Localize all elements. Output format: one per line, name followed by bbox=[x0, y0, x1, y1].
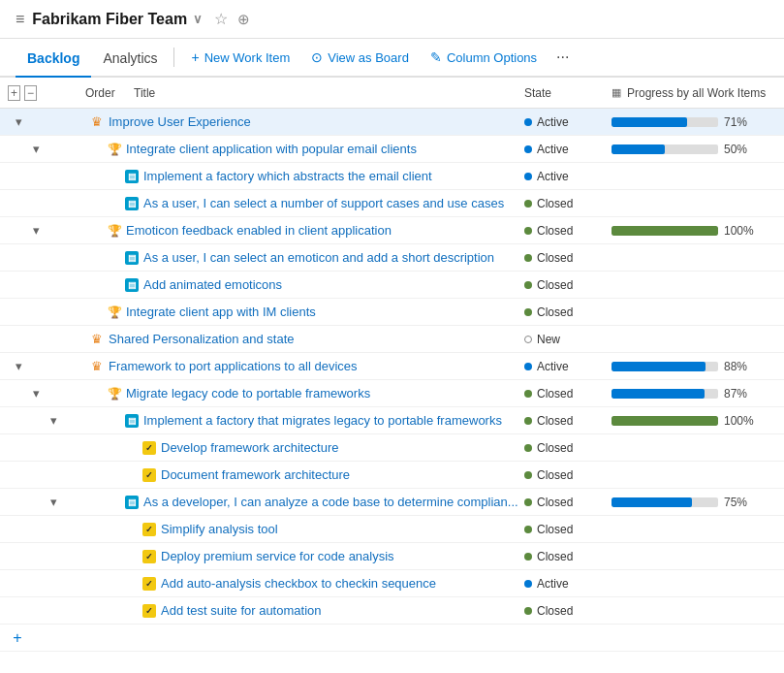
expand-all-icon[interactable]: + bbox=[8, 85, 20, 101]
row-type-icon: ✓ bbox=[141, 467, 157, 483]
row-toggle[interactable]: ▾ bbox=[47, 414, 60, 428]
task-icon: ✓ bbox=[142, 550, 156, 563]
progress-bar-fill bbox=[612, 144, 665, 154]
row-title-text[interactable]: Add auto-analysis checkbox to checkin se… bbox=[161, 576, 524, 591]
tab-backlog[interactable]: Backlog bbox=[16, 39, 91, 78]
row-toggle[interactable]: ▾ bbox=[47, 496, 60, 509]
row-title-area: ▤ Add animated emoticons bbox=[124, 277, 524, 293]
team-title: Fabrikam Fiber Team ∨ bbox=[32, 11, 203, 28]
row-title-text[interactable]: As a user, I can select a number of supp… bbox=[143, 196, 524, 210]
new-work-item-button[interactable]: + New Work Item bbox=[182, 42, 300, 73]
state-label: Closed bbox=[537, 197, 573, 210]
task-icon: ✓ bbox=[142, 604, 156, 618]
row-title-text[interactable]: Integrate client application with popula… bbox=[126, 142, 524, 156]
state-dot bbox=[524, 281, 532, 289]
row-state: Closed bbox=[524, 550, 612, 563]
row-title-text[interactable]: Simplify analysis tool bbox=[161, 522, 524, 536]
row-toggle[interactable]: ▾ bbox=[29, 387, 43, 401]
column-options-button[interactable]: ✎ Column Options bbox=[421, 42, 547, 73]
star-icon[interactable]: ☆ bbox=[214, 10, 228, 28]
row-title-area: ▤ Implement a factory which abstracts th… bbox=[124, 169, 524, 184]
row-title-text[interactable]: Add test suite for automation bbox=[161, 603, 524, 618]
row-title-text[interactable]: Implement a factory that migrates legacy… bbox=[143, 413, 524, 428]
row-type-icon: 🏆 bbox=[107, 386, 122, 401]
row-title-text[interactable]: As a user, I can select an emoticon and … bbox=[143, 250, 524, 265]
row-title-text[interactable]: Shared Personalization and state bbox=[109, 332, 524, 346]
state-label: Closed bbox=[537, 496, 573, 509]
collapse-all-icon[interactable]: − bbox=[24, 85, 37, 101]
progress-bar-fill bbox=[612, 117, 687, 127]
story-icon: ▤ bbox=[125, 278, 139, 292]
chevron-down-icon[interactable]: ∨ bbox=[193, 12, 203, 26]
row-progress: 50% bbox=[612, 143, 776, 156]
row-title-text[interactable]: Emoticon feedback enabled in client appl… bbox=[126, 223, 524, 238]
row-title-text[interactable]: Document framework architecture bbox=[161, 467, 524, 482]
row-controls: ▾ bbox=[8, 115, 41, 129]
row-type-icon: ▤ bbox=[124, 169, 140, 184]
tab-analytics[interactable]: Analytics bbox=[91, 39, 169, 78]
row-title-text[interactable]: As a developer, I can analyze a code bas… bbox=[143, 495, 524, 509]
state-dot bbox=[524, 118, 532, 126]
row-controls: ▾ bbox=[8, 387, 58, 401]
row-type-icon: ✓ bbox=[141, 603, 157, 619]
row-title-text[interactable]: Add animated emoticons bbox=[143, 277, 524, 292]
plus-icon: + bbox=[192, 49, 200, 65]
state-dot bbox=[524, 390, 532, 398]
row-controls: ▾ bbox=[8, 224, 58, 238]
row-controls: ▾ bbox=[8, 496, 76, 509]
row-toggle[interactable]: ▾ bbox=[12, 115, 25, 129]
progress-percent: 100% bbox=[724, 224, 757, 238]
col-controls: + − bbox=[8, 85, 85, 101]
add-row-button[interactable]: + bbox=[8, 628, 27, 648]
epic-icon: ♛ bbox=[91, 359, 103, 373]
row-title-text[interactable]: Framework to port applications to all de… bbox=[109, 359, 524, 373]
state-dot bbox=[524, 471, 532, 479]
row-toggle[interactable]: ▾ bbox=[29, 143, 43, 156]
row-state: Closed bbox=[524, 604, 612, 618]
table-row: 🏆 Integrate client app with IM clients C… bbox=[0, 299, 784, 326]
state-dot bbox=[524, 336, 532, 343]
row-title-text[interactable]: Deploy premium service for code analysis bbox=[161, 549, 524, 563]
row-type-icon: ▤ bbox=[124, 413, 140, 429]
state-label: Closed bbox=[537, 278, 573, 292]
state-dot bbox=[524, 227, 532, 235]
state-label: Closed bbox=[537, 523, 573, 536]
person-icon[interactable]: ⊕ bbox=[237, 11, 250, 28]
nav-actions: + New Work Item ⊙ View as Board ✎ Column… bbox=[182, 41, 578, 74]
row-type-icon: ✓ bbox=[141, 522, 157, 537]
progress-bar-wrap bbox=[612, 497, 718, 507]
menu-icon[interactable]: ≡ bbox=[16, 11, 24, 28]
row-title-text[interactable]: Develop framework architecture bbox=[161, 440, 524, 455]
row-title-area: 🏆 Emoticon feedback enabled in client ap… bbox=[107, 223, 524, 239]
row-title-text[interactable]: Improve User Experience bbox=[109, 114, 505, 129]
row-toggle[interactable]: ▾ bbox=[12, 360, 25, 373]
state-dot bbox=[524, 200, 532, 208]
row-state: Closed bbox=[524, 441, 612, 455]
table-row: ▾ ▤ As a developer, I can analyze a code… bbox=[0, 489, 784, 516]
state-dot bbox=[524, 363, 532, 370]
row-title-area: ✓ Simplify analysis tool bbox=[141, 522, 524, 537]
view-as-board-button[interactable]: ⊙ View as Board bbox=[301, 42, 419, 73]
row-state: Active bbox=[524, 143, 612, 156]
nav-divider bbox=[173, 48, 174, 67]
row-title-text[interactable]: Implement a factory which abstracts the … bbox=[143, 169, 524, 183]
feature-icon: 🏆 bbox=[108, 305, 122, 319]
progress-percent: 50% bbox=[724, 143, 757, 156]
row-title-text[interactable]: Integrate client app with IM clients bbox=[126, 304, 524, 319]
progress-bar-wrap bbox=[612, 389, 718, 399]
row-type-icon: ♛ bbox=[89, 359, 105, 374]
row-progress: 88% bbox=[612, 360, 776, 373]
state-dot bbox=[524, 173, 532, 180]
row-toggle[interactable]: ▾ bbox=[29, 224, 43, 238]
row-title-text[interactable]: Migrate legacy code to portable framewor… bbox=[126, 386, 524, 401]
row-title-area: ▤ As a user, I can select an emoticon an… bbox=[124, 250, 524, 266]
row-progress: 100% bbox=[612, 414, 776, 428]
state-label: Closed bbox=[537, 468, 573, 482]
more-actions-button[interactable]: ··· bbox=[549, 41, 577, 74]
table-row: ✓ Deploy premium service for code analys… bbox=[0, 543, 784, 570]
story-icon: ▤ bbox=[125, 496, 139, 509]
row-state: Closed bbox=[524, 468, 612, 482]
col-order-header: Order bbox=[85, 86, 134, 100]
state-dot bbox=[524, 498, 532, 506]
progress-bar-fill bbox=[612, 362, 706, 371]
